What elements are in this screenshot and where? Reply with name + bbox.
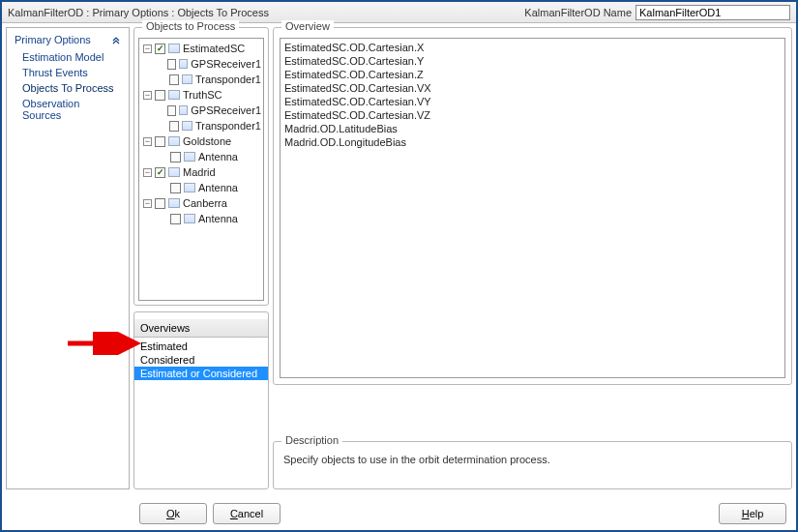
overview-row[interactable]: Madrid.OD.LatitudeBias bbox=[284, 123, 781, 136]
object-icon bbox=[179, 59, 189, 69]
tree-checkbox[interactable] bbox=[169, 121, 179, 132]
cancel-button[interactable]: Cancel bbox=[213, 503, 281, 524]
tree-checkbox[interactable] bbox=[155, 44, 165, 54]
tree-checkbox[interactable] bbox=[167, 105, 176, 116]
tree-node-label: Transponder1 bbox=[195, 74, 261, 85]
object-icon bbox=[168, 136, 180, 146]
tree-checkbox[interactable] bbox=[155, 136, 165, 147]
window-title: KalmanFilterOD : Primary Options : Objec… bbox=[8, 7, 269, 18]
tree-node-gpsreceiver1[interactable]: GPSReceiver1 bbox=[141, 56, 261, 72]
help-button[interactable]: Help bbox=[719, 503, 786, 524]
objects-to-process-panel: Objects to Process −EstimatedSCGPSReceiv… bbox=[133, 27, 269, 306]
overviews-panel: Overviews EstimatedConsideredEstimated o… bbox=[133, 311, 269, 489]
overview-row[interactable]: EstimatedSC.OD.Cartesian.VX bbox=[284, 82, 781, 96]
object-icon bbox=[179, 105, 189, 115]
object-icon bbox=[184, 214, 195, 223]
tree-checkbox[interactable] bbox=[170, 152, 181, 163]
tree-node-label: Transponder1 bbox=[195, 120, 261, 132]
tree-expander-icon[interactable]: − bbox=[143, 137, 152, 146]
description-legend: Description bbox=[281, 434, 342, 446]
object-icon bbox=[182, 121, 192, 131]
overview-row[interactable]: EstimatedSC.OD.Cartesian.X bbox=[284, 42, 781, 55]
tree-node-label: EstimatedSC bbox=[183, 43, 245, 54]
overviews-item-considered[interactable]: Considered bbox=[134, 353, 268, 367]
tree-node-label: GPSReceiver1 bbox=[191, 58, 261, 70]
tree-expander-icon[interactable]: − bbox=[143, 199, 152, 208]
sidebar-item-observation-sources[interactable]: Observation Sources bbox=[7, 96, 129, 123]
description-text: Specify objects to use in the orbit dete… bbox=[274, 442, 791, 471]
tree-node-label: Canberra bbox=[183, 197, 227, 209]
tree-node-label: Goldstone bbox=[183, 135, 231, 147]
tree-node-antenna[interactable]: Antenna bbox=[141, 180, 261, 195]
sidebar-item-thrust-events[interactable]: Thrust Events bbox=[7, 65, 129, 80]
object-icon bbox=[168, 167, 180, 177]
object-icon bbox=[168, 198, 180, 208]
tree-expander-icon[interactable]: − bbox=[143, 91, 152, 100]
tree-node-transponder1[interactable]: Transponder1 bbox=[141, 72, 261, 87]
title-bar: KalmanFilterOD : Primary Options : Objec… bbox=[2, 2, 796, 23]
object-icon bbox=[184, 152, 195, 162]
name-input[interactable] bbox=[635, 5, 790, 20]
tree-checkbox[interactable] bbox=[167, 59, 176, 70]
tree-expander-icon[interactable]: − bbox=[143, 44, 152, 53]
tree-checkbox[interactable] bbox=[170, 183, 181, 193]
overview-list[interactable]: EstimatedSC.OD.Cartesian.XEstimatedSC.OD… bbox=[280, 38, 785, 378]
tree-node-label: TruthSC bbox=[183, 89, 222, 101]
tree-checkbox[interactable] bbox=[170, 214, 181, 224]
tree-node-label: Antenna bbox=[198, 213, 238, 224]
objects-tree-container[interactable]: −EstimatedSCGPSReceiver1Transponder1−Tru… bbox=[138, 38, 264, 301]
overview-row[interactable]: EstimatedSC.OD.Cartesian.VY bbox=[284, 96, 781, 109]
overview-legend: Overview bbox=[281, 20, 334, 32]
overview-row[interactable]: Madrid.OD.LongitudeBias bbox=[284, 136, 781, 150]
object-icon bbox=[168, 44, 180, 53]
sidebar-item-estimation-model[interactable]: Estimation Model bbox=[7, 49, 129, 65]
overview-panel: Overview EstimatedSC.OD.Cartesian.XEstim… bbox=[273, 27, 792, 385]
tree-node-estimatedsc[interactable]: −EstimatedSC bbox=[141, 41, 261, 56]
tree-node-label: Antenna bbox=[198, 182, 238, 193]
ok-button[interactable]: Ok bbox=[139, 503, 207, 524]
overview-row[interactable]: EstimatedSC.OD.Cartesian.Z bbox=[284, 69, 781, 82]
sidebar-item-objects-to-process[interactable]: Objects To Process bbox=[7, 80, 129, 96]
tree-node-canberra[interactable]: −Canberra bbox=[141, 195, 261, 211]
tree-node-label: Antenna bbox=[198, 151, 238, 163]
overviews-item-estimated-or-considered[interactable]: Estimated or Considered bbox=[134, 367, 268, 380]
tree-checkbox[interactable] bbox=[155, 198, 165, 209]
tree-node-label: GPSReceiver1 bbox=[191, 104, 261, 116]
tree-expander-icon[interactable]: − bbox=[143, 168, 152, 177]
tree-checkbox[interactable] bbox=[169, 74, 179, 85]
sidebar-header[interactable]: Primary Options bbox=[7, 32, 129, 49]
button-row: Ok Cancel Help bbox=[139, 503, 786, 524]
tree-node-antenna[interactable]: Antenna bbox=[141, 149, 261, 164]
tree-node-label: Madrid bbox=[183, 166, 216, 178]
tree-node-transponder1[interactable]: Transponder1 bbox=[141, 118, 261, 133]
tree-node-goldstone[interactable]: −Goldstone bbox=[141, 133, 261, 149]
tree-checkbox[interactable] bbox=[155, 90, 165, 101]
overview-row[interactable]: EstimatedSC.OD.Cartesian.Y bbox=[284, 55, 781, 69]
tree-node-truthsc[interactable]: −TruthSC bbox=[141, 87, 261, 103]
tree-checkbox[interactable] bbox=[155, 167, 165, 178]
name-label: KalmanFilterOD Name bbox=[524, 7, 632, 18]
overviews-header: Overviews bbox=[134, 319, 268, 338]
object-icon bbox=[182, 74, 192, 84]
overviews-item-estimated[interactable]: Estimated bbox=[134, 340, 268, 353]
description-panel: Description Specify objects to use in th… bbox=[273, 441, 792, 489]
sidebar-nav: Primary Options Estimation ModelThrust E… bbox=[6, 27, 130, 489]
overview-row[interactable]: EstimatedSC.OD.Cartesian.VZ bbox=[284, 109, 781, 123]
objects-legend: Objects to Process bbox=[142, 20, 239, 32]
object-icon bbox=[168, 90, 180, 100]
sidebar-header-label: Primary Options bbox=[15, 34, 91, 45]
chevron-collapse-icon bbox=[111, 35, 121, 44]
tree-node-madrid[interactable]: −Madrid bbox=[141, 164, 261, 180]
tree-node-gpsreceiver1[interactable]: GPSReceiver1 bbox=[141, 103, 261, 118]
object-icon bbox=[184, 183, 195, 192]
tree-node-antenna[interactable]: Antenna bbox=[141, 211, 261, 226]
